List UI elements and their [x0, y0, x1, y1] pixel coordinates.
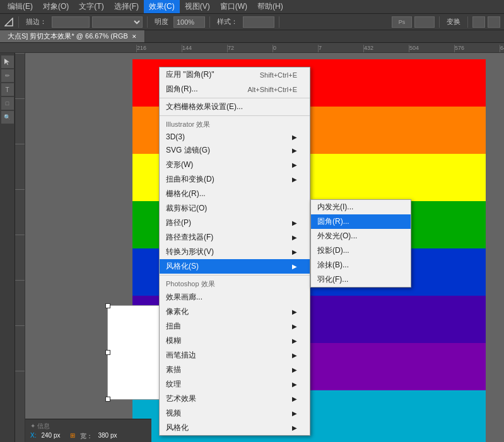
- info-panel: ✦ 信息 X: 240 px ⊞ 宽： 380 px Y: 230 px ⊞ 高…: [25, 419, 151, 442]
- tab-close-icon[interactable]: ✕: [132, 33, 137, 40]
- extra-btn2[interactable]: [488, 16, 500, 28]
- menu-blur[interactable]: 模糊 ▶: [160, 334, 310, 348]
- submenu-scribble[interactable]: 涂抹(B)...: [311, 258, 411, 272]
- ruler-tick-3: 0: [273, 45, 318, 52]
- info-x: 240 px: [41, 432, 60, 441]
- apply-round-shortcut: Shift+Ctrl+E: [260, 71, 297, 79]
- menu-apply-round[interactable]: 应用 "圆角(R)" Shift+Ctrl+E: [160, 67, 310, 82]
- canvas-wrapper: ✦ 信息 X: 240 px ⊞ 宽： 380 px Y: 230 px ⊞ 高…: [15, 53, 504, 442]
- arrow-3d: ▶: [292, 134, 297, 141]
- pen-tool[interactable]: ✏: [1, 69, 14, 82]
- submenu-outer-glow[interactable]: 外发光(O)...: [311, 229, 411, 243]
- photoshop-label: Photoshop 效果: [166, 279, 215, 289]
- menu-crop-marks[interactable]: 裁剪标记(O): [160, 201, 310, 216]
- sep-3: [160, 275, 310, 276]
- ruler-v-5: [15, 280, 25, 325]
- menu-distort[interactable]: 扭曲和变换(D) ▶: [160, 172, 310, 187]
- ruler-v-0: [15, 53, 25, 98]
- menu-video[interactable]: 视频 ▶: [160, 406, 310, 421]
- menu-window[interactable]: 窗口(W): [215, 0, 252, 13]
- zoom-tool[interactable]: 🔍: [1, 111, 14, 124]
- menu-convert-shape[interactable]: 转换为形状(V) ▶: [160, 245, 310, 259]
- menu-ps-stylize[interactable]: 风格化 ▶: [160, 421, 310, 435]
- submenu-inner-glow[interactable]: 内发光(I)...: [311, 200, 411, 214]
- submenu-feather[interactable]: 羽化(F)...: [311, 272, 411, 287]
- handle-tl[interactable]: [105, 303, 110, 308]
- ruler-tick-7: 576: [454, 45, 500, 52]
- arrow-distort2: ▶: [292, 323, 297, 330]
- menu-round[interactable]: 圆角(R)... Alt+Shift+Ctrl+E: [160, 82, 310, 96]
- menu-artistic[interactable]: 艺术效果 ▶: [160, 392, 310, 406]
- select-tool[interactable]: [1, 55, 14, 68]
- menu-edit[interactable]: 编辑(E): [3, 0, 38, 13]
- arrow-video: ▶: [292, 410, 297, 417]
- svg-marker-1: [4, 59, 9, 65]
- menu-effect[interactable]: 效果(C): [144, 0, 180, 13]
- shape-tool[interactable]: □: [1, 97, 14, 110]
- extra-btn[interactable]: [472, 16, 485, 28]
- menu-stylize[interactable]: 风格化(S) ▶: [160, 259, 310, 274]
- menu-sketch[interactable]: 素描 ▶: [160, 363, 310, 377]
- menu-path[interactable]: 路径(P) ▶: [160, 216, 310, 230]
- illustrator-section: Illustrator 效果: [160, 117, 310, 131]
- handle-ml[interactable]: [105, 350, 110, 355]
- menu-bar: 编辑(E) 对象(O) 文字(T) 选择(F) 效果(C) 视图(V) 窗口(W…: [0, 0, 504, 14]
- ruler-v-3: [15, 189, 25, 235]
- menu-view[interactable]: 视图(V): [180, 0, 215, 13]
- arrow-ps-stylize: ▶: [292, 424, 297, 431]
- menu-effect-gallery[interactable]: 效果画廊...: [160, 290, 310, 305]
- round-shortcut: Alt+Shift+Ctrl+E: [247, 86, 297, 93]
- style-dropdown[interactable]: [243, 16, 274, 28]
- info-xy-row: X: 240 px ⊞ 宽： 380 px: [30, 432, 146, 441]
- submenu-shadow[interactable]: 投影(D)...: [311, 243, 411, 258]
- menu-select[interactable]: 选择(F): [109, 0, 144, 13]
- ruler-vertical: [15, 53, 25, 442]
- menu-text[interactable]: 文字(T): [74, 0, 108, 13]
- stroke-dropdown[interactable]: [92, 16, 143, 28]
- effect-menu[interactable]: 应用 "圆角(R)" Shift+Ctrl+E 圆角(R)... Alt+Shi…: [159, 67, 310, 436]
- ps-badge: Ps: [392, 16, 412, 28]
- menu-brush-stroke[interactable]: 画笔描边 ▶: [160, 348, 310, 363]
- arrow-deform: ▶: [292, 161, 297, 168]
- stroke-color-box[interactable]: [52, 16, 90, 28]
- menu-texture[interactable]: 纹理 ▶: [160, 377, 310, 392]
- menu-pixelate[interactable]: 像素化 ▶: [160, 305, 310, 319]
- arrow-convert: ▶: [292, 248, 297, 255]
- arrow-svg: ▶: [292, 147, 297, 154]
- menu-doc-raster[interactable]: 文档栅格效果设置(E)...: [160, 100, 310, 114]
- menu-rasterize[interactable]: 栅格化(R)...: [160, 187, 310, 201]
- tab-title: 大点S] 剪切文本效果* @ 66.67% (RGB: [8, 32, 128, 41]
- submenu-round-corners[interactable]: 圆角(R)...: [311, 214, 411, 229]
- arrow-sketch: ▶: [292, 366, 297, 373]
- icon-box2: [414, 16, 435, 28]
- arrow-path: ▶: [292, 219, 297, 226]
- stroke-label: 描边：: [23, 16, 49, 27]
- ruler-tick-1: 144: [182, 45, 227, 52]
- ruler-tick-8: 648: [500, 45, 504, 52]
- sep-1: [160, 98, 310, 98]
- handle-bl[interactable]: [105, 397, 110, 402]
- info-w: 380 px: [98, 432, 117, 441]
- type-tool[interactable]: T: [1, 83, 14, 96]
- separator-1: [18, 16, 19, 28]
- round-label: 圆角(R)...: [166, 84, 198, 95]
- menu-deform[interactable]: 变形(W) ▶: [160, 158, 310, 172]
- stylize-submenu[interactable]: 内发光(I)... 圆角(R)... 外发光(O)... 投影(D)... 涂抹…: [310, 199, 411, 288]
- separator-6: [467, 16, 468, 28]
- main-area: ✏ T □ 🔍: [0, 53, 504, 442]
- ruler-v-7: [15, 371, 25, 416]
- separator-3: [209, 16, 210, 28]
- info-w-label: 宽：: [80, 432, 93, 441]
- sep-2: [160, 115, 310, 116]
- menu-object[interactable]: 对象(O): [38, 0, 74, 13]
- brightness-value[interactable]: 100%: [173, 16, 205, 28]
- menu-help[interactable]: 帮助(H): [252, 0, 288, 13]
- separator-5: [439, 16, 440, 28]
- menu-distort2[interactable]: 扭曲 ▶: [160, 319, 310, 334]
- menu-3d[interactable]: 3D(3) ▶: [160, 131, 310, 143]
- document-tab[interactable]: 大点S] 剪切文本效果* @ 66.67% (RGB ✕: [0, 30, 145, 42]
- arrow-stylize: ▶: [292, 263, 297, 270]
- ruler-tick-4: 7: [318, 45, 363, 52]
- menu-pathfinder[interactable]: 路径查找器(F) ▶: [160, 230, 310, 245]
- menu-svg[interactable]: SVG 滤镜(G) ▶: [160, 143, 310, 158]
